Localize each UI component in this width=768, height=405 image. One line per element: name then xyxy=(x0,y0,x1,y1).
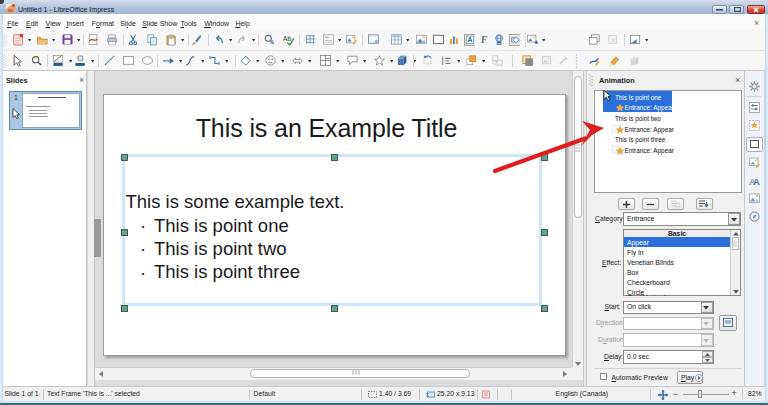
svg-text:A: A xyxy=(753,175,760,186)
svg-text:F: F xyxy=(479,34,487,45)
svg-text:Ab: Ab xyxy=(283,35,291,42)
svg-text:A: A xyxy=(467,36,472,43)
